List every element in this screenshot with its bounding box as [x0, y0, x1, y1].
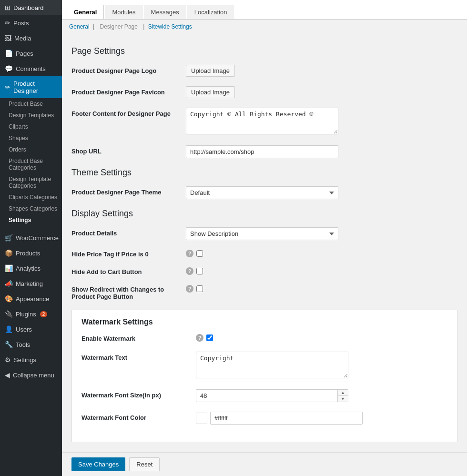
sidebar-item-product-designer[interactable]: ✏ Product Designer	[0, 76, 62, 98]
comments-icon: 💬	[5, 65, 13, 72]
sidebar-item-users[interactable]: 👤 Users	[0, 322, 62, 337]
show-redirect-field: ?	[186, 285, 203, 293]
sidebar-submenu-item-product-base[interactable]: Product Base	[5, 98, 62, 110]
sidebar-item-comments[interactable]: 💬 Comments	[0, 61, 62, 76]
sidebar-item-pages[interactable]: 📄 Pages	[0, 46, 62, 61]
sidebar-submenu-item-design-template-cat[interactable]: Design Template Categories	[5, 173, 62, 192]
enable-watermark-label: Enable Watermark	[81, 334, 186, 342]
shop-url-input[interactable]	[186, 145, 338, 158]
spinner-up-button[interactable]: ▲	[338, 390, 348, 396]
tab-localization[interactable]: Localization	[187, 5, 234, 19]
product-details-select[interactable]: Show Description Show Preview Show Both	[186, 227, 338, 240]
save-changes-button[interactable]: Save Changes	[71, 457, 125, 471]
hide-cart-help-icon[interactable]: ?	[186, 267, 193, 275]
logo-upload-button[interactable]: Upload Image	[186, 65, 235, 77]
sidebar-submenu-item-orders[interactable]: Orders	[5, 144, 62, 155]
watermark-font-size-input[interactable]	[196, 389, 348, 402]
footer-bar: Save Changes Reset	[62, 452, 467, 476]
theme-select[interactable]: Default Dark Light	[186, 186, 338, 199]
sidebar-item-tools[interactable]: 🔧 Tools	[0, 337, 62, 352]
sidebar-submenu-item-shapes-cat[interactable]: Shapes Categories	[5, 203, 62, 214]
sidebar-item-posts[interactable]: ✏ Posts	[0, 15, 62, 30]
color-swatch[interactable]	[196, 413, 207, 424]
show-redirect-label: Show Redirect with Changes to Product Pa…	[71, 285, 176, 300]
sidebar-submenu-item-design-templates[interactable]: Design Templates	[5, 110, 62, 121]
hide-price-checkbox[interactable]	[196, 250, 203, 257]
show-redirect-help-icon[interactable]: ?	[186, 285, 193, 293]
breadcrumb-sep2: |	[143, 23, 144, 30]
hide-cart-checkbox[interactable]	[196, 268, 203, 274]
spinner-down-button[interactable]: ▼	[338, 396, 348, 402]
sidebar-submenu-item-shapes[interactable]: Shapes	[5, 132, 62, 144]
watermark-font-color-field	[196, 412, 447, 425]
sidebar-item-marketing[interactable]: 📣 Marketing	[0, 276, 62, 291]
watermark-text-textarea[interactable]: Copyright	[196, 352, 348, 378]
favicon-label: Product Designer Page Favicon	[71, 86, 176, 97]
sidebar-submenu: Product Base Design Templates Cliparts S…	[0, 98, 62, 226]
sidebar-label-analytics: Analytics	[16, 265, 41, 272]
tools-icon: 🔧	[5, 341, 13, 348]
sidebar-item-products[interactable]: 📦 Products	[0, 245, 62, 261]
plugins-badge: 2	[40, 311, 48, 317]
logo-label: Product Designer Page Logo	[71, 65, 176, 75]
watermark-font-size-field: ▲ ▼	[196, 389, 447, 402]
sidebar-label-media: Media	[14, 35, 31, 42]
sidebar-item-plugins[interactable]: 🔌 Plugins 2	[0, 306, 62, 322]
watermark-font-color-row: Watermark Font Color	[81, 412, 447, 425]
footer-content-textarea[interactable]	[186, 108, 338, 134]
shop-url-row: Shop URL	[71, 145, 457, 158]
breadcrumb-general[interactable]: General	[69, 23, 90, 30]
sidebar-label-dashboard: Dashboard	[13, 4, 44, 11]
breadcrumb-sitewide[interactable]: Sitewide Settings	[148, 23, 192, 30]
settings-icon: ⚙	[5, 356, 11, 364]
sidebar-submenu-item-cliparts[interactable]: Cliparts	[5, 121, 62, 132]
tabs-bar: General Modules Messages Localization	[62, 0, 467, 20]
sidebar-item-woocommerce[interactable]: 🛒 WooCommerce	[0, 230, 62, 245]
enable-watermark-checkbox[interactable]	[206, 334, 213, 341]
theme-field: Default Dark Light	[186, 186, 457, 199]
show-redirect-checkbox[interactable]	[196, 285, 203, 292]
sidebar-item-media[interactable]: 🖼 Media	[0, 30, 62, 46]
favicon-row: Product Designer Page Favicon Upload Ima…	[71, 86, 457, 98]
color-text-input[interactable]	[210, 412, 363, 425]
favicon-upload-button[interactable]: Upload Image	[186, 86, 235, 98]
watermark-font-size-label: Watermark Font Size(in px)	[81, 389, 186, 400]
watermark-section: Watermark Settings Enable Watermark ? Wa…	[71, 310, 457, 442]
theme-label: Product Designer Page Theme	[71, 186, 176, 197]
watermark-text-row: Watermark Text Copyright	[81, 352, 447, 380]
hide-price-help-icon[interactable]: ?	[186, 250, 193, 257]
sidebar-submenu-item-product-base-cat[interactable]: Product Base Categories	[5, 155, 62, 173]
page-settings-title: Page Settings	[71, 46, 457, 59]
sidebar-label-plugins: Plugins	[16, 311, 36, 318]
sidebar-submenu-item-cliparts-cat[interactable]: Cliparts Categories	[5, 192, 62, 203]
tab-general[interactable]: General	[67, 5, 104, 19]
watermark-title: Watermark Settings	[81, 318, 447, 326]
plugins-icon: 🔌	[5, 310, 13, 318]
tab-modules[interactable]: Modules	[105, 5, 142, 19]
pages-icon: 📄	[5, 50, 13, 57]
sidebar-item-analytics[interactable]: 📊 Analytics	[0, 261, 62, 276]
sidebar-item-appearance[interactable]: 🎨 Appearance	[0, 291, 62, 306]
watermark-font-color-label: Watermark Font Color	[81, 412, 186, 422]
products-icon: 📦	[5, 249, 13, 257]
sidebar-submenu-item-settings[interactable]: Settings	[5, 214, 62, 226]
sidebar-label-posts: Posts	[13, 20, 29, 27]
sidebar-item-dashboard[interactable]: ⊞ Dashboard	[0, 0, 62, 15]
display-settings-title: Display Settings	[71, 209, 457, 222]
sidebar-item-collapse[interactable]: ◀ Collapse menu	[0, 367, 62, 383]
reset-button[interactable]: Reset	[129, 457, 160, 471]
sidebar-label-tools: Tools	[16, 341, 30, 348]
footer-content-field	[186, 108, 457, 136]
hide-cart-label: Hide Add to Cart Button	[71, 267, 176, 275]
enable-watermark-help-icon[interactable]: ?	[196, 334, 203, 342]
hide-price-row: Hide Price Tag if Price is 0 ?	[71, 250, 457, 258]
watermark-text-label: Watermark Text	[81, 352, 186, 362]
collapse-icon: ◀	[5, 371, 10, 379]
hide-price-label: Hide Price Tag if Price is 0	[71, 250, 176, 258]
breadcrumb: General | Designer Page | Sitewide Setti…	[62, 20, 467, 34]
appearance-icon: 🎨	[5, 295, 13, 303]
sidebar-item-settings[interactable]: ⚙ Settings	[0, 352, 62, 367]
tab-messages[interactable]: Messages	[144, 5, 186, 19]
product-details-label: Product Details	[71, 227, 176, 238]
shop-url-label: Shop URL	[71, 145, 176, 156]
